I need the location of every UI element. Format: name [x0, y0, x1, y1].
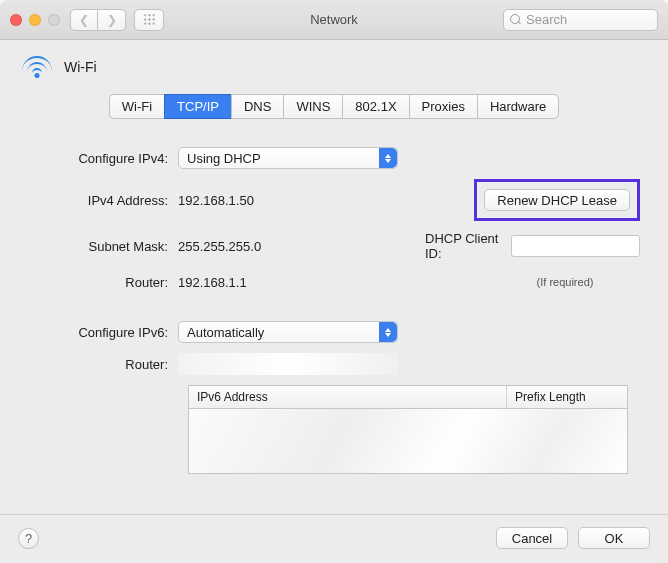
tcpip-pane: Configure IPv4: Using DHCP IPv4 Address:… [0, 147, 668, 474]
subnet-mask-value: 255.255.255.0 [178, 239, 261, 254]
label-subnet-mask: Subnet Mask: [18, 239, 178, 254]
interface-name: Wi-Fi [64, 59, 97, 75]
tab-dns[interactable]: DNS [231, 94, 283, 119]
search-input[interactable]: Search [503, 9, 658, 31]
table-header: IPv6 Address Prefix Length [189, 386, 627, 409]
label-ipv4-address: IPv4 Address: [18, 193, 178, 208]
titlebar: ❮ ❯ Network Search [0, 0, 668, 40]
configure-ipv4-value: Using DHCP [187, 151, 261, 166]
label-ipv4-router: Router: [18, 275, 178, 290]
ipv4-address-value: 192.168.1.50 [178, 193, 254, 208]
col-ipv6-address[interactable]: IPv6 Address [189, 386, 507, 408]
label-configure-ipv6: Configure IPv6: [18, 325, 178, 340]
col-prefix-length[interactable]: Prefix Length [507, 386, 627, 408]
dhcp-client-id-input[interactable] [511, 235, 640, 257]
dhcp-client-id-note: (If required) [490, 276, 640, 288]
help-button[interactable]: ? [18, 528, 39, 549]
zoom-window [48, 14, 60, 26]
tab-8021x[interactable]: 802.1X [342, 94, 408, 119]
table-body-redacted [189, 409, 627, 473]
back-button[interactable]: ❮ [70, 9, 98, 31]
minimize-window[interactable] [29, 14, 41, 26]
close-window[interactable] [10, 14, 22, 26]
interface-header: Wi-Fi [0, 40, 668, 78]
window-controls [10, 14, 60, 26]
tab-wins[interactable]: WINS [283, 94, 342, 119]
wifi-icon [22, 56, 52, 78]
tab-proxies[interactable]: Proxies [409, 94, 477, 119]
label-ipv6-router: Router: [18, 357, 178, 372]
ok-button[interactable]: OK [578, 527, 650, 549]
label-configure-ipv4: Configure IPv4: [18, 151, 178, 166]
grid-icon [143, 13, 156, 26]
ipv6-address-table: IPv6 Address Prefix Length [188, 385, 628, 474]
tab-hardware[interactable]: Hardware [477, 94, 559, 119]
configure-ipv6-value: Automatically [187, 325, 264, 340]
cancel-button[interactable]: Cancel [496, 527, 568, 549]
search-placeholder: Search [526, 12, 567, 27]
footer: ? Cancel OK [0, 514, 668, 563]
tab-wifi[interactable]: Wi-Fi [109, 94, 164, 119]
forward-button[interactable]: ❯ [98, 9, 126, 31]
stepper-icon [379, 148, 397, 168]
ipv4-router-value: 192.168.1.1 [178, 275, 247, 290]
configure-ipv6-select[interactable]: Automatically [178, 321, 398, 343]
show-all-button[interactable] [134, 9, 164, 31]
label-dhcp-client-id: DHCP Client ID: [425, 231, 505, 261]
search-icon [510, 14, 521, 25]
ipv6-router-value-redacted [178, 353, 398, 375]
tab-tcpip[interactable]: TCP/IP [164, 94, 231, 119]
stepper-icon [379, 322, 397, 342]
renew-dhcp-button[interactable]: Renew DHCP Lease [484, 189, 630, 211]
nav-buttons: ❮ ❯ [70, 9, 126, 31]
network-prefs-window: ❮ ❯ Network Search Wi-Fi Wi-FiTCP/IPDNSW… [0, 0, 668, 563]
renew-dhcp-highlight: Renew DHCP Lease [474, 179, 640, 221]
tab-bar: Wi-FiTCP/IPDNSWINS802.1XProxiesHardware [0, 94, 668, 119]
configure-ipv4-select[interactable]: Using DHCP [178, 147, 398, 169]
